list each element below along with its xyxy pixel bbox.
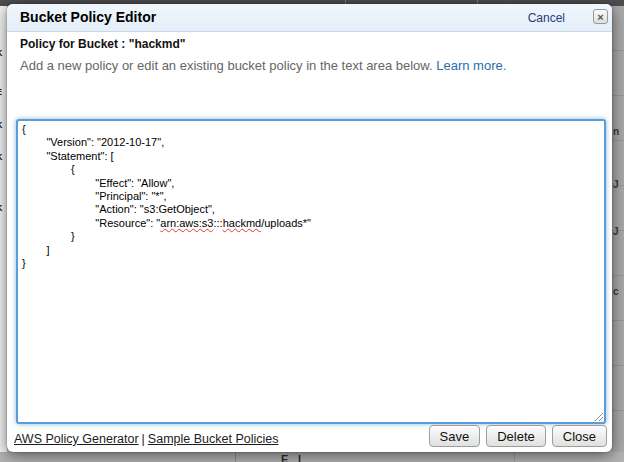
policy-textarea[interactable]: { "Version": "2012-10-17", "Statement": … [16, 119, 606, 424]
aws-policy-generator-link[interactable]: AWS Policy Generator [14, 432, 139, 446]
sample-bucket-policies-link[interactable]: Sample Bucket Policies [148, 432, 279, 446]
background-text-fragment: J [613, 226, 619, 237]
link-separator: | [139, 432, 148, 446]
background-text-fragment: K [0, 120, 3, 130]
background-text-fragment: l [298, 453, 301, 462]
background-text-fragment: K [0, 203, 3, 213]
screen: K E K K K n J J c E l Bucket Policy Edit… [0, 0, 624, 462]
background-text-fragment: K [0, 48, 3, 58]
background-column-divider [235, 452, 236, 462]
background-text-fragment: E [0, 87, 2, 97]
background-text-fragment: J [613, 179, 619, 190]
learn-more-link[interactable]: Learn more. [436, 58, 506, 73]
background-text-fragment: c [613, 286, 619, 297]
bucket-policy-editor-dialog: Bucket Policy Editor Cancel × Policy for… [7, 4, 612, 452]
background-page-left-strip: K E K K K [0, 6, 7, 452]
delete-button[interactable]: Delete [486, 425, 546, 447]
footer-links: AWS Policy Generator|Sample Bucket Polic… [14, 432, 278, 446]
description-text: Add a new policy or edit an existing buc… [20, 58, 436, 73]
cancel-link[interactable]: Cancel [528, 11, 565, 25]
dialog-title: Bucket Policy Editor [20, 9, 156, 25]
dialog-button-row: Save Delete Close [429, 425, 607, 447]
policy-for-bucket-label: Policy for Bucket : "hackmd" [20, 37, 185, 51]
background-text-fragment: n [613, 126, 619, 137]
background-page-right-strip: n J J c [612, 6, 624, 452]
dialog-description: Add a new policy or edit an existing buc… [20, 58, 506, 73]
resize-handle-icon[interactable] [593, 411, 603, 421]
background-text-fragment: K [0, 152, 3, 162]
background-column-divider [514, 452, 515, 462]
background-page-bottom-strip: E l [0, 452, 624, 462]
dialog-header: Bucket Policy Editor Cancel × [7, 4, 612, 32]
close-button[interactable]: Close [552, 425, 607, 447]
save-button[interactable]: Save [429, 425, 481, 447]
background-text-fragment: E [281, 453, 288, 462]
close-icon[interactable]: × [593, 9, 608, 24]
